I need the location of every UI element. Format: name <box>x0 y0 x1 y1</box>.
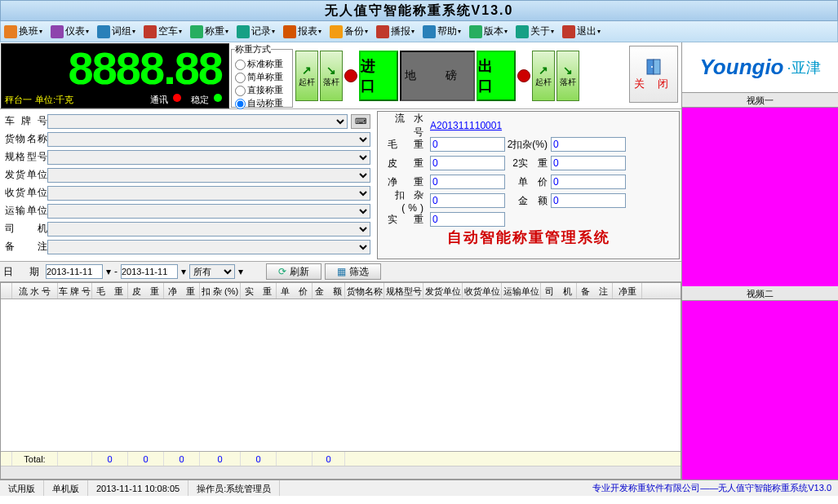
grid-col-10[interactable]: 货物名称 <box>345 283 384 298</box>
status-time: 2013-11-11 10:08:05 <box>88 480 188 496</box>
in-up-button[interactable]: ↗起杆 <box>295 51 318 101</box>
toolbar-仪表[interactable]: 仪表▾ <box>51 24 89 38</box>
grid-col-8[interactable]: 单 价 <box>277 283 313 298</box>
form-label-6: 司 机 <box>5 222 47 236</box>
total-1: 0 <box>128 452 164 466</box>
toolbar-报表[interactable]: 报表▾ <box>283 24 321 38</box>
toolbar-icon <box>376 25 389 38</box>
grid-scrollbar[interactable] <box>1 466 681 479</box>
total-5: 0 <box>313 452 345 466</box>
stable-label: 稳定 <box>191 94 209 106</box>
toolbar-空车[interactable]: 空车▾ <box>144 24 182 38</box>
grid-col-11[interactable]: 规格型号 <box>384 283 423 298</box>
grid-col-9[interactable]: 金 额 <box>313 283 345 298</box>
out-up-button[interactable]: ↗起杆 <box>532 51 555 101</box>
mode-option-0[interactable]: 标准称重 <box>235 57 289 70</box>
form-label-1: 货物名称 <box>5 132 47 146</box>
w-input-4a[interactable] <box>430 212 505 227</box>
w-input-3a[interactable] <box>430 193 505 208</box>
w-input-3b[interactable] <box>551 193 626 208</box>
mode-option-1[interactable]: 简单称重 <box>235 70 289 83</box>
grid-col-12[interactable]: 发货单位 <box>423 283 463 298</box>
w-input-1a[interactable] <box>430 156 505 170</box>
video1-box <box>682 108 838 286</box>
form-label-3: 发货单位 <box>5 168 47 182</box>
form-select-2[interactable] <box>47 150 370 165</box>
toolbar-备份[interactable]: 备份▾ <box>330 24 368 38</box>
date-from-input[interactable] <box>46 264 103 279</box>
refresh-button[interactable]: ⟳刷新 <box>266 263 321 280</box>
form-select-5[interactable] <box>47 204 370 219</box>
form-label-0: 车 牌 号 <box>5 114 47 128</box>
date-to-input[interactable] <box>121 264 178 279</box>
system-name: 自动智能称重管理系统 <box>378 228 679 247</box>
grid-col-7[interactable]: 实 重 <box>241 283 277 298</box>
toolbar-帮助[interactable]: 帮助▾ <box>423 24 461 38</box>
gate-panel: ↗起杆 ↘落杆 进 口 地 磅 出 口 ↗起杆 ↘落杆 <box>294 42 626 108</box>
form-label-7: 备 注 <box>5 240 47 254</box>
grid-col-14[interactable]: 运输单位 <box>502 283 541 298</box>
toolbar-换班[interactable]: 换班▾ <box>4 24 42 38</box>
w-input-0a[interactable] <box>430 137 505 152</box>
filter-bar: 日 期 ▾ - ▾ 所有 ▾ ⟳刷新 ▦筛选 <box>0 261 681 282</box>
out-down-button[interactable]: ↘落杆 <box>556 51 579 101</box>
grid-col-6[interactable]: 扣 杂 (%) <box>200 283 241 298</box>
toolbar-称重[interactable]: 称重▾ <box>190 24 228 38</box>
entrance-button[interactable]: 进 口 <box>359 51 398 101</box>
form-select-6[interactable] <box>47 222 370 237</box>
main-toolbar: 换班▾仪表▾词组▾空车▾称重▾记录▾报表▾备份▾播报▾帮助▾版本▾关于▾退出▾ <box>0 21 838 42</box>
mode-box: 称重方式 标准称重简单称重直接称重自动称重 <box>231 43 293 108</box>
form-select-1[interactable] <box>47 132 370 147</box>
comm-label: 通讯 <box>150 94 168 106</box>
toolbar-记录[interactable]: 记录▾ <box>237 24 275 38</box>
form-select-7[interactable] <box>47 240 370 254</box>
video1-label: 视频一 <box>682 93 838 108</box>
w-input-2a[interactable] <box>430 175 505 189</box>
form-select-0[interactable] <box>47 114 348 129</box>
form-label-2: 规格型号 <box>5 150 47 164</box>
w-input-2b[interactable] <box>551 175 626 189</box>
serial-link[interactable]: A201311110001 <box>430 120 502 131</box>
total-4: 0 <box>241 452 277 466</box>
grid-col-13[interactable]: 收货单位 <box>463 283 502 298</box>
status-operator: 操作员:系统管理员 <box>188 480 280 496</box>
keyboard-icon[interactable]: ⌨ <box>351 114 370 129</box>
close-button[interactable]: 关 闭 <box>629 46 678 103</box>
grid-col-3[interactable]: 毛 重 <box>92 283 128 298</box>
w-label-3b: 金 额 <box>505 194 551 208</box>
form-label-5: 运输单位 <box>5 204 47 218</box>
mode-option-3[interactable]: 自动称重 <box>235 96 289 109</box>
w-input-1b[interactable] <box>551 156 626 170</box>
video2-box <box>682 301 838 480</box>
grid-col-16[interactable]: 备 注 <box>577 283 613 298</box>
grid-col-15[interactable]: 司 机 <box>541 283 577 298</box>
exit-button[interactable]: 出 口 <box>477 51 516 101</box>
comm-led <box>173 94 181 102</box>
grid-col-4[interactable]: 皮 重 <box>128 283 164 298</box>
stable-led <box>214 94 222 102</box>
grid-col-2[interactable]: 车 牌 号 <box>58 283 92 298</box>
grid-col-17[interactable]: 净重 <box>613 283 642 298</box>
grid-col-1[interactable]: 流 水 号 <box>12 283 58 298</box>
toolbar-播报[interactable]: 播报▾ <box>376 24 415 38</box>
grid-body[interactable] <box>1 299 681 451</box>
filter-all-select[interactable]: 所有 <box>189 264 235 279</box>
form-select-4[interactable] <box>47 186 370 201</box>
toolbar-icon <box>97 25 110 38</box>
grid-col-5[interactable]: 净 重 <box>164 283 200 298</box>
form-select-3[interactable] <box>47 168 370 183</box>
w-input-0b[interactable] <box>551 137 626 152</box>
sift-button[interactable]: ▦筛选 <box>325 263 381 280</box>
toolbar-词组[interactable]: 词组▾ <box>97 24 135 38</box>
toolbar-icon <box>4 25 17 38</box>
toolbar-版本[interactable]: 版本▾ <box>469 24 508 38</box>
out-led <box>517 69 530 82</box>
records-grid: 流 水 号车 牌 号毛 重皮 重净 重扣 杂 (%)实 重单 价金 额货物名称规… <box>0 282 681 480</box>
toolbar-退出[interactable]: 退出▾ <box>562 24 601 38</box>
toolbar-关于[interactable]: 关于▾ <box>516 24 554 38</box>
mode-option-2[interactable]: 直接称重 <box>235 83 289 96</box>
w-label-2b: 单 价 <box>505 175 551 189</box>
grid-col-0[interactable] <box>1 283 12 298</box>
in-led <box>344 69 357 82</box>
in-down-button[interactable]: ↘落杆 <box>320 51 343 101</box>
